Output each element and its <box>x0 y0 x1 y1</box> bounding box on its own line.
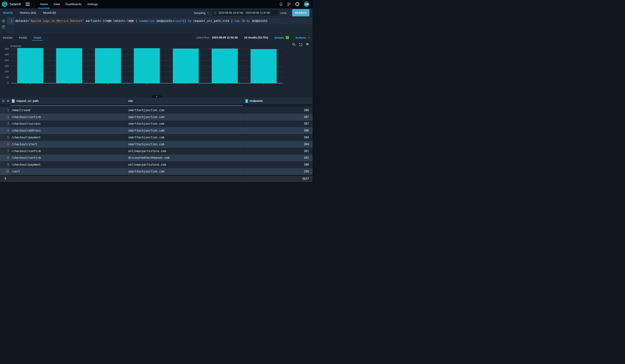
table-row[interactable]: 3/checkout/successsmarttechjunction.com3… <box>0 121 312 127</box>
chart-x-tick <box>30 83 31 85</box>
table-row[interactable]: 8/checkout/confirmdiscountedtechheaven.c… <box>0 154 312 161</box>
cell-site: onlinepcpartsstore.com <box>128 150 166 153</box>
actions-menu[interactable]: Actions <box>295 36 306 39</box>
query-token: earliest=- <box>84 19 103 23</box>
query-token: = <box>173 19 174 23</box>
chart-x-tick <box>186 83 186 85</box>
column-header-site[interactable]: site <box>128 98 133 104</box>
details-checkbox[interactable]: ✓ <box>286 36 289 39</box>
user-avatar[interactable]: DM <box>304 1 310 7</box>
results-tab-events[interactable]: Events <box>3 34 12 41</box>
column-separator <box>243 148 243 154</box>
chevron-down-icon <box>207 12 209 14</box>
hamburger-menu-icon[interactable] <box>26 3 30 6</box>
table-row[interactable]: 9/checkout/paymentonlinepcpartsstore.com… <box>0 161 312 168</box>
expand-fullscreen-icon[interactable] <box>299 43 302 46</box>
results-view-tabs: EventsFieldsChart <box>0 34 41 41</box>
column-separator <box>243 168 243 175</box>
help-lifebuoy-icon[interactable] <box>295 2 299 6</box>
column-separator <box>243 141 243 148</box>
sampling-dropdown[interactable]: Sampling <box>193 11 209 14</box>
table-row[interactable]: 4/checkout/addresssmarttechjunction.com3… <box>0 127 312 134</box>
chart-bar-slot <box>89 48 127 83</box>
column-separator <box>243 107 243 114</box>
table-row[interactable]: 2/checkout/confirmsmarttechjunction.com3… <box>0 114 312 121</box>
bar-/checkou...success[interactable] <box>95 48 121 83</box>
bar-/checkout/start[interactable] <box>212 49 238 83</box>
cell-site: smarttechjunction.com <box>128 122 164 125</box>
nav-tab-dashboards[interactable]: Dashboards <box>63 0 84 8</box>
table-row[interactable]: 7/checkout/confirmonlinepcpartsstore.com… <box>0 148 312 154</box>
cell-request-uri-path: /cart <box>11 170 20 173</box>
column-header-endpoints[interactable]: y endpoints <box>245 98 263 104</box>
chart-x-tick <box>225 83 225 85</box>
query-input-line[interactable]: dataset="Apache_Logs_to_Metrics_Dataset"… <box>15 17 268 24</box>
nav-tab-data[interactable]: Data <box>51 0 63 8</box>
scrollbar-thumb[interactable] <box>11 105 243 106</box>
column-header-rownum[interactable]: # <box>7 98 9 104</box>
query-token: count <box>174 19 183 23</box>
table-settings-gear-icon[interactable] <box>1 99 5 103</box>
cell-site: smarttechjunction.com <box>128 136 164 139</box>
column-separator <box>243 161 243 168</box>
cell-request-uri-path: /checkout/payment <box>11 163 41 166</box>
table-row[interactable]: 5/checkout/paymentsmarttechjunction.com3… <box>0 134 312 141</box>
table-row[interactable]: 6/checkout/startsmarttechjunction.com304 <box>0 141 312 148</box>
chart-x-tick <box>69 83 69 85</box>
time-range-picker[interactable]: 2023-09-05 10:47:00 - 2023-09-05 11:47:0… <box>211 9 290 16</box>
chart-y-tick-label: 150 <box>0 64 9 67</box>
query-token <box>240 19 241 23</box>
timezone-local-button[interactable]: Local <box>279 11 288 15</box>
chart-panel: endpoints <box>0 40 312 98</box>
chart-style-paintbrush-icon[interactable] <box>306 43 309 46</box>
search-toolbar-right: Sampling 2023-09-05 10:47:00 - 2023-09-0… <box>193 9 312 16</box>
chart-x-tick <box>147 83 147 85</box>
editor-settings-gear-icon[interactable] <box>2 19 5 23</box>
search-button[interactable]: SEARCH <box>292 9 310 16</box>
cell-site: smarttechjunction.com <box>128 109 164 112</box>
top-navbar: Search HomeDataDashboardsSettings <box>0 0 312 8</box>
chart-collapse-handle[interactable]: ▲ <box>151 95 162 98</box>
query-token: by <box>188 19 191 23</box>
details-label[interactable]: Details <box>275 36 284 39</box>
row-number: 1 <box>0 107 11 114</box>
bar-/checkout/confirm[interactable] <box>56 48 82 83</box>
table-row[interactable]: 10/cartsmarttechjunction.com299 <box>0 168 312 175</box>
footer-pin-cell[interactable] <box>0 176 11 182</box>
latest-run-value: 2023-09-05 11:52:26 <box>212 36 238 39</box>
chart-y-tick-label: 250 <box>0 53 9 56</box>
table-horizontal-scrollbar <box>0 105 312 107</box>
sampling-label: Sampling <box>193 11 205 14</box>
editor-help-icon[interactable]: ? <box>2 25 5 29</box>
bar-/email/send[interactable] <box>17 48 43 83</box>
chart-bar-slot <box>127 48 166 83</box>
results-toolbar-right: Latest Run: 2023-09-05 11:52:26 10 resul… <box>196 34 312 41</box>
app-logo-icon[interactable] <box>2 1 7 7</box>
query-token: top <box>234 19 240 23</box>
nav-tab-home[interactable]: Home <box>37 0 51 8</box>
zoom-out-icon[interactable] <box>292 43 296 46</box>
cell-request-uri-path: /checkout/confirm <box>11 156 41 159</box>
search-toolbar-tab-saved[interactable]: Saved (5) <box>43 11 56 14</box>
git-branch-icon[interactable] <box>287 2 291 6</box>
chart-bar-slot <box>205 48 244 83</box>
cell-request-uri-path: /checkout/confirm <box>11 115 41 119</box>
bar-/cart[interactable] <box>250 49 277 83</box>
table-row[interactable]: 1/email/sendsmarttechjunction.com308 <box>0 107 312 114</box>
chevron-down-icon <box>308 37 310 38</box>
bar-/checkou...address[interactable] <box>134 48 160 83</box>
search-toolbar-tab-history[interactable]: History (21) <box>20 11 36 14</box>
results-tab-fields[interactable]: Fields <box>19 34 27 41</box>
cell-endpoints: 308 <box>304 109 309 112</box>
x-axis-field-badge: x <box>12 99 15 103</box>
row-number: 2 <box>0 114 11 121</box>
editor-line-gutter: 1 <box>7 17 14 34</box>
search-toolbar-tab-search[interactable]: Search <box>3 11 13 14</box>
query-token: by <box>247 19 250 23</box>
cell-site: discountedtechheaven.com <box>128 156 169 159</box>
column-header-request-uri-path[interactable]: x request_uri_path <box>12 98 39 104</box>
bar-/checkou...payment[interactable] <box>173 49 199 83</box>
results-tab-chart[interactable]: Chart <box>34 34 41 41</box>
nav-tab-settings[interactable]: Settings <box>84 0 101 8</box>
notifications-bell-icon[interactable] <box>279 2 283 6</box>
